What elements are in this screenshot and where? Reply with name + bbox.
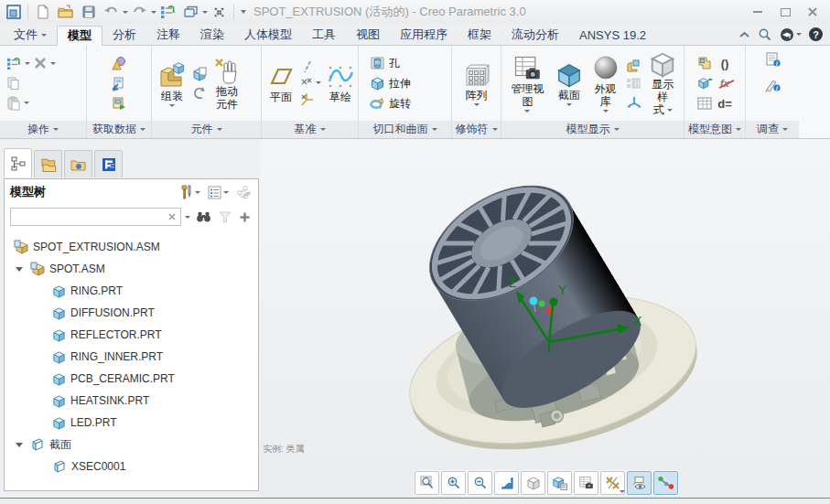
tree-item[interactable]: PCB_CERAMIC.PRT bbox=[5, 368, 258, 390]
tree-item[interactable]: SPOT.ASM bbox=[5, 258, 258, 280]
restore-button[interactable] bbox=[773, 4, 797, 20]
help-button[interactable]: ? bbox=[809, 27, 823, 41]
extrude-button[interactable]: 拉伸 bbox=[368, 75, 413, 92]
assemble-button[interactable]: 组装 bbox=[155, 59, 189, 109]
datum-csys-button[interactable] bbox=[299, 91, 322, 107]
graphics-viewport[interactable]: Z Y X 实例: 类属 bbox=[260, 139, 830, 498]
new-file-button[interactable] bbox=[31, 2, 54, 22]
group-label-operations[interactable]: 操作 bbox=[0, 121, 86, 138]
add-filter-button[interactable] bbox=[237, 209, 253, 225]
user-defined-feature-button[interactable] bbox=[110, 55, 128, 72]
csys-display-button[interactable] bbox=[625, 94, 642, 110]
filter-button[interactable] bbox=[217, 209, 233, 225]
minimize-ribbon-icon[interactable] bbox=[738, 30, 750, 38]
undo-button[interactable] bbox=[100, 2, 123, 22]
regenerate-button[interactable] bbox=[156, 2, 179, 22]
tree-item[interactable]: XSEC0001 bbox=[5, 456, 258, 477]
group-label-model-display[interactable]: 模型显示 bbox=[501, 121, 684, 138]
display-style-button[interactable]: 显示样 式 bbox=[644, 48, 681, 118]
tab-ansys[interactable]: ANSYS 19.2 bbox=[569, 25, 656, 45]
close-button[interactable] bbox=[801, 4, 825, 20]
display-style-toggle-button[interactable] bbox=[521, 471, 545, 495]
parameters-button[interactable]: d= bbox=[717, 96, 733, 112]
tree-item[interactable]: DIFFUSION.PRT bbox=[5, 302, 258, 324]
plane-button[interactable]: 平面 bbox=[264, 61, 297, 105]
regenerate-dropdown[interactable] bbox=[25, 62, 30, 65]
feature-info-button[interactable]: i bbox=[764, 76, 781, 93]
tree-item[interactable]: LED.PRT bbox=[5, 412, 258, 434]
model-canvas[interactable]: Z Y X bbox=[260, 139, 830, 498]
tree-search-input[interactable] bbox=[11, 209, 167, 224]
community-button[interactable] bbox=[780, 27, 802, 42]
family-table-button[interactable] bbox=[696, 96, 713, 111]
tree-item[interactable]: HEATSINK.PRT bbox=[5, 390, 258, 412]
zoom-out-button[interactable] bbox=[468, 471, 492, 495]
regenerate-models-button[interactable] bbox=[191, 85, 208, 102]
edit-position-button[interactable] bbox=[696, 75, 714, 91]
pattern-button[interactable]: 阵列 bbox=[460, 59, 493, 108]
manage-views-button[interactable]: 管理视图 bbox=[504, 53, 551, 114]
collapse-arrow[interactable] bbox=[16, 443, 23, 447]
tree-item[interactable]: REFLECTOR.PRT bbox=[5, 324, 258, 346]
reference-viewer-button[interactable] bbox=[696, 55, 713, 71]
connections-tab[interactable] bbox=[94, 150, 123, 177]
tab-file[interactable]: 文件 bbox=[4, 25, 57, 45]
component-display-button[interactable] bbox=[625, 58, 642, 73]
find-button[interactable] bbox=[194, 209, 213, 225]
search-icon[interactable] bbox=[758, 27, 772, 42]
switch-dimensions-button[interactable]: fx bbox=[719, 77, 730, 90]
spin-center-button[interactable] bbox=[653, 471, 678, 495]
group-label-datum[interactable]: 基准 bbox=[262, 121, 358, 138]
redo-button[interactable] bbox=[128, 2, 151, 22]
zoom-in-button[interactable] bbox=[441, 471, 466, 495]
drag-components-button[interactable]: 拖动 元件 bbox=[210, 54, 244, 113]
datum-point-button[interactable] bbox=[299, 77, 322, 89]
regenerate-ribbon-button[interactable] bbox=[5, 56, 22, 71]
paste-button[interactable] bbox=[5, 95, 21, 112]
group-label-model-intent[interactable]: 模型意图 bbox=[684, 121, 745, 138]
datum-display-button[interactable] bbox=[600, 471, 625, 495]
datum-axis-button[interactable] bbox=[299, 59, 322, 74]
tree-item[interactable]: RING_INNER.PRT bbox=[5, 346, 258, 368]
minimize-button[interactable] bbox=[746, 4, 770, 20]
appearance-gallery-button[interactable]: 外观库 bbox=[587, 53, 624, 114]
group-label-cut-surface[interactable]: 切口和曲面 bbox=[359, 121, 451, 138]
clear-search-icon[interactable] bbox=[167, 211, 178, 222]
close-window-button[interactable] bbox=[208, 2, 231, 22]
tab-tools[interactable]: 工具 bbox=[302, 25, 346, 45]
tab-manikin[interactable]: 人体模型 bbox=[234, 25, 302, 45]
customize-toolbar-dropdown[interactable] bbox=[241, 10, 246, 14]
group-label-modifiers[interactable]: 修饰符 bbox=[452, 121, 501, 138]
window-switch-button[interactable] bbox=[179, 2, 202, 22]
tab-applications[interactable]: 应用程序 bbox=[390, 25, 458, 45]
collapse-arrow[interactable] bbox=[16, 267, 23, 272]
view-manager-button[interactable] bbox=[574, 471, 598, 495]
tree-show-button[interactable] bbox=[234, 184, 253, 201]
create-component-button[interactable] bbox=[191, 66, 208, 82]
parentheses-button[interactable]: () bbox=[720, 56, 730, 71]
group-label-get-data[interactable]: 获取数据 bbox=[87, 121, 151, 138]
tree-item[interactable]: RING.PRT bbox=[5, 280, 258, 302]
tab-analysis[interactable]: 分析 bbox=[102, 25, 146, 45]
layer-display-button[interactable] bbox=[625, 76, 642, 91]
saved-orientations-button[interactable] bbox=[547, 471, 572, 495]
delete-dropdown[interactable] bbox=[50, 62, 56, 65]
tree-settings-button[interactable] bbox=[206, 184, 231, 201]
tab-flow-analysis[interactable]: 流动分析 bbox=[501, 25, 569, 45]
refit-button[interactable] bbox=[494, 471, 519, 495]
group-label-component[interactable]: 元件 bbox=[152, 121, 261, 138]
open-file-button[interactable] bbox=[54, 2, 77, 22]
copy-button[interactable] bbox=[5, 75, 22, 91]
revolve-button[interactable]: 旋转 bbox=[368, 95, 413, 113]
search-options-dropdown[interactable] bbox=[185, 216, 190, 219]
folder-browser-tab[interactable] bbox=[34, 150, 62, 177]
zoom-window-button[interactable] bbox=[415, 471, 439, 495]
paste-special-button[interactable] bbox=[110, 95, 128, 113]
model-tree-tab[interactable] bbox=[4, 148, 32, 177]
tab-render[interactable]: 渲染 bbox=[190, 25, 234, 45]
model-info-button[interactable]: i bbox=[764, 51, 781, 69]
paste-dropdown[interactable] bbox=[24, 102, 29, 104]
save-button[interactable] bbox=[77, 2, 100, 22]
hole-button[interactable]: 孔 bbox=[368, 55, 402, 72]
favorites-tab[interactable] bbox=[64, 150, 92, 177]
